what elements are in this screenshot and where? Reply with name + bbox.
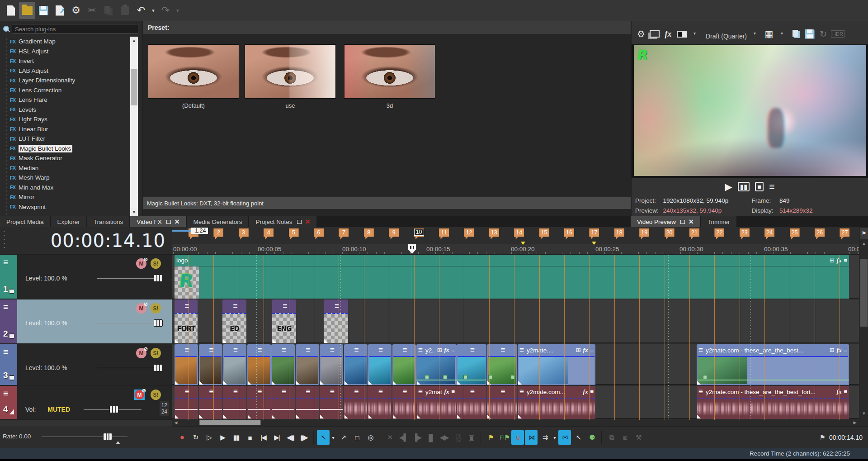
crop-icon[interactable]: ⊞ (576, 347, 581, 354)
timeline-vscrollbar[interactable]: ⚑ ▲ ▼ (859, 227, 868, 426)
fx-icon[interactable]: fx (837, 347, 842, 354)
clip-title-4[interactable]: ≡ (324, 299, 348, 343)
timeline[interactable]: 1234567891011121314151617181920212223242… (172, 227, 859, 426)
plugin-item[interactable]: FXMask Generator (0, 153, 129, 163)
preview-play-button[interactable]: ▶ (725, 182, 732, 191)
plugin-item[interactable]: FXMin and Max (0, 183, 129, 193)
timeline-marker-22[interactable]: 22 (714, 228, 724, 239)
preview-stop-button[interactable]: ■ (755, 182, 764, 191)
clip-menu-icon[interactable]: ≡ (282, 346, 286, 355)
tab-video-fx[interactable]: Video FX✕ (130, 216, 186, 227)
track-menu-icon[interactable]: ≡ (3, 390, 8, 397)
undo-button[interactable]: ↶ (133, 2, 149, 19)
scroll-up-icon[interactable]: ▲ (130, 37, 138, 45)
preset-card[interactable]: use (245, 44, 336, 109)
edit-tool-dropdown[interactable]: ▾ (330, 430, 336, 445)
clip-audio-a[interactable]: ≡y2mat...fx≡ (416, 386, 457, 419)
level-slider-handle[interactable] (154, 319, 163, 327)
properties-button[interactable]: ⚙ (68, 2, 84, 19)
play-button[interactable]: ▶ (216, 430, 229, 445)
plugin-item[interactable]: FXMagic Bullet Looks (0, 144, 129, 154)
preset-card[interactable]: 3d (344, 44, 435, 109)
fx-icon[interactable]: fx (444, 347, 449, 354)
envelope-tool-button[interactable]: ↗ (337, 430, 349, 445)
clip-menu-icon[interactable]: ≡ (501, 387, 505, 396)
clip-menu-icon[interactable]: ≡ (233, 346, 238, 355)
timeline-marker-4[interactable]: 4 (264, 228, 274, 239)
track-menu-icon[interactable]: ≡ (3, 258, 8, 266)
clip-title-2[interactable]: ≡ED (222, 299, 246, 343)
close-icon[interactable]: ✕ (689, 218, 694, 225)
clip-menu-icon[interactable]: ≡ (418, 346, 423, 355)
tab-trimmer[interactable]: Trimmer (701, 216, 736, 227)
search-input[interactable] (12, 24, 138, 34)
clip-title-1[interactable]: ≡FORT (175, 299, 198, 343)
clip-y2-c[interactable]: ≡y2mate.com - these_are_the_best...⊞fx≡ (697, 344, 849, 385)
timeline-marker-23[interactable]: 23 (740, 228, 750, 239)
plugin-item[interactable]: FXLUT Filter (0, 134, 129, 144)
plugin-item[interactable]: FXGradient Map (0, 37, 129, 47)
timeline-marker-17[interactable]: 17 (589, 228, 599, 239)
close-icon[interactable]: ✕ (175, 218, 180, 225)
insert-marker-button[interactable]: ⚑ (484, 430, 497, 445)
clip-audio-seg[interactable]: ≡ (296, 386, 319, 419)
timeline-marker-7[interactable]: 7 (339, 228, 349, 239)
plugin-item[interactable]: FXLens Correction (0, 86, 129, 95)
clip-audio-seg[interactable]: ≡ (199, 386, 222, 419)
scrollbar-thumb[interactable] (131, 69, 137, 105)
fx-icon[interactable]: fx (583, 347, 588, 354)
timeline-marker-13[interactable]: 13 (489, 228, 499, 239)
clip-menu-icon[interactable]: ≡ (306, 387, 311, 396)
auto-ripple-dropdown[interactable]: ▾ (552, 430, 557, 445)
fx-icon[interactable]: fx (837, 257, 842, 264)
envelope-node[interactable] (443, 375, 447, 379)
plugin-item[interactable]: FXLAB Adjust (0, 66, 129, 76)
preview-settings-button[interactable]: ⚙ (635, 27, 647, 41)
timeline-marker-15[interactable]: 15 (539, 228, 549, 239)
plugin-list-scrollbar[interactable]: ▲ ▼ (130, 37, 138, 216)
clip-menu-icon[interactable]: ≡ (844, 347, 847, 354)
pause-button[interactable]: ▮▮ (230, 430, 242, 445)
clip-menu-icon[interactable]: ≡ (470, 387, 475, 396)
clip-video-seg[interactable]: ≡ (457, 344, 486, 385)
preview-menu-button[interactable]: ≡ (769, 182, 774, 191)
envelope-node[interactable] (488, 375, 492, 379)
tab-transitions[interactable]: Transitions (87, 216, 130, 227)
new-project-button[interactable] (3, 2, 19, 19)
solo-button[interactable]: S! (151, 258, 161, 269)
opacity-envelope[interactable] (697, 380, 849, 380)
clip-video-seg[interactable]: ≡ (199, 344, 222, 385)
lock-envelopes-button[interactable]: ✉ (558, 430, 571, 445)
play-from-start-button[interactable]: ▷ (203, 430, 215, 445)
preset-thumbnail[interactable] (148, 44, 239, 99)
clip-menu-icon[interactable]: ≡ (403, 346, 407, 355)
clip-menu-icon[interactable]: ≡ (590, 347, 594, 354)
clip-audio-seg[interactable]: ≡ (223, 386, 246, 419)
clip-audio-seg[interactable]: ≡ (247, 386, 271, 419)
tab-project-media[interactable]: Project Media (0, 216, 50, 227)
track-menu-icon[interactable]: ≡ (3, 348, 8, 356)
plugin-item[interactable]: FXLevels (0, 105, 129, 115)
marker-tool-button[interactable]: ⚑ (860, 228, 868, 239)
clip-menu-icon[interactable]: ≡ (698, 346, 703, 355)
clip-menu-icon[interactable]: ≡ (451, 388, 455, 395)
normal-edit-tool-button[interactable]: ↖ (317, 430, 330, 445)
track-lane-1[interactable]: logo⊞fx≡R (172, 255, 859, 299)
zoom-tool-button[interactable]: ◎ (364, 430, 377, 445)
timeline-marker-27[interactable]: 27 (840, 228, 849, 239)
clip-menu-icon[interactable]: ≡ (306, 346, 311, 355)
timeline-marker-21[interactable]: 21 (689, 228, 699, 239)
save-snapshot-button[interactable] (804, 27, 816, 41)
tab-explorer[interactable]: Explorer (51, 216, 86, 227)
clip-logo[interactable]: logo⊞fx≡R (175, 255, 849, 299)
clip-video-seg[interactable]: ≡ (296, 344, 319, 385)
clip-menu-icon[interactable]: ≡ (470, 346, 475, 355)
clip-video-seg[interactable]: ≡ (271, 344, 295, 385)
clip-menu-icon[interactable]: ≡ (283, 302, 288, 311)
level-slider-handle[interactable] (154, 275, 163, 282)
grid-overlay-dropdown[interactable]: ▾ (777, 27, 788, 41)
plugin-item[interactable]: FXMesh Warp (0, 173, 129, 183)
clip-video-seg[interactable]: ≡ (320, 344, 343, 385)
record-button[interactable]: ● (175, 430, 188, 445)
auto-crossfade-button[interactable]: ⋈ (525, 430, 538, 445)
